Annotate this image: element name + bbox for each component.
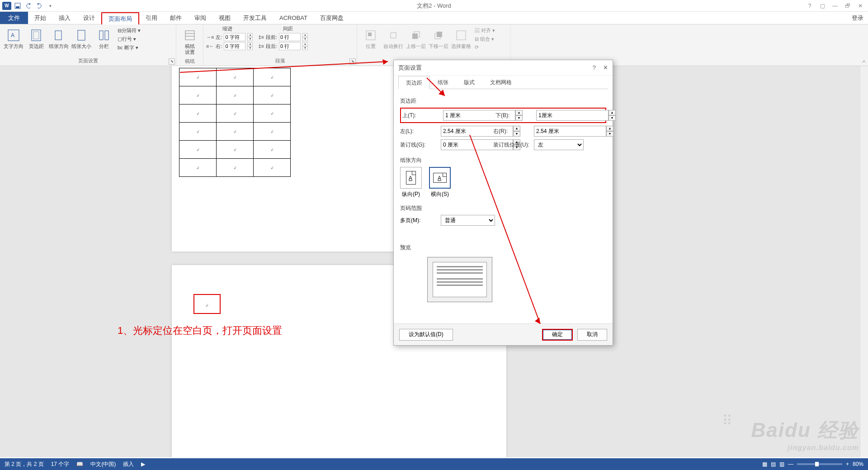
spin-up[interactable]: ▲ bbox=[302, 42, 308, 46]
set-default-button[interactable]: 设为默认值(D) bbox=[399, 329, 453, 341]
group-button[interactable]: ⊟ 组合 ▾ bbox=[475, 36, 495, 43]
dialog-help-button[interactable]: ? bbox=[593, 64, 596, 71]
section-pages-title: 页码范围 bbox=[400, 204, 606, 212]
document-table[interactable]: ↲↲↲ ↲↲↲ ↲↲↲ ↲↲↲ ↲↲↲ ↲↲↲ bbox=[179, 68, 291, 177]
align-button[interactable]: ▤ 对齐 ▾ bbox=[475, 27, 495, 34]
size-button[interactable]: 纸张大小 bbox=[71, 26, 92, 49]
tab-developer[interactable]: 开发工具 bbox=[237, 12, 273, 24]
tab-design[interactable]: 设计 bbox=[77, 12, 101, 24]
spin-up[interactable]: ▲ bbox=[302, 33, 308, 37]
spin-up[interactable]: ▲ bbox=[606, 126, 613, 131]
spin-down[interactable]: ▼ bbox=[606, 131, 613, 137]
tab-acrobat[interactable]: ACROBAT bbox=[273, 12, 314, 24]
spin-up[interactable]: ▲ bbox=[609, 110, 616, 115]
margin-left-input[interactable]: ▲▼ bbox=[441, 126, 491, 137]
tab-page-layout[interactable]: 页面布局 bbox=[101, 12, 139, 24]
annotation-instruction-text: 1、光标定位在空白页，打开页面设置 bbox=[118, 324, 282, 337]
cancel-button[interactable]: 取消 bbox=[577, 329, 607, 341]
status-page[interactable]: 第 2 页，共 2 页 bbox=[5, 461, 44, 468]
restore-button[interactable]: 🗗 bbox=[844, 3, 852, 9]
indent-right-input[interactable] bbox=[224, 42, 245, 50]
vertical-scrollbar[interactable] bbox=[860, 66, 868, 457]
redo-icon[interactable] bbox=[34, 1, 44, 11]
gutter-input[interactable]: ▲▼ bbox=[441, 139, 491, 150]
multi-pages-select[interactable]: 普通 bbox=[441, 215, 495, 226]
svg-rect-1 bbox=[16, 6, 19, 8]
orientation-button[interactable]: 纸张方向 bbox=[48, 26, 70, 49]
position-button[interactable]: 位置 bbox=[360, 26, 382, 49]
page-setup-launcher[interactable]: ⬊ bbox=[169, 58, 175, 65]
collapse-ribbon-icon[interactable]: ㅅ bbox=[862, 58, 866, 65]
line-numbers-button[interactable]: ▢行号 ▾ bbox=[118, 36, 141, 43]
columns-button[interactable]: 分栏 bbox=[93, 26, 115, 49]
indent-right-row: ≡← 右: ▲▼ bbox=[206, 42, 253, 50]
breaks-button[interactable]: ⊟分隔符 ▾ bbox=[118, 27, 141, 34]
dialog-tab-margins[interactable]: 页边距 bbox=[398, 76, 430, 89]
tab-baidu[interactable]: 百度网盘 bbox=[314, 12, 350, 24]
status-language[interactable]: 中文(中国) bbox=[90, 461, 116, 468]
spin-down[interactable]: ▼ bbox=[302, 46, 308, 50]
orientation-landscape-button[interactable]: A 横向(S) bbox=[429, 167, 451, 198]
dialog-close-button[interactable]: ✕ bbox=[603, 64, 608, 71]
spin-down[interactable]: ▼ bbox=[609, 115, 616, 121]
tab-mailings[interactable]: 邮件 bbox=[164, 12, 188, 24]
tab-view[interactable]: 视图 bbox=[212, 12, 237, 24]
manuscript-button[interactable]: 稿纸 设置 bbox=[179, 26, 200, 55]
qat-customize-icon[interactable]: ▾ bbox=[45, 1, 55, 11]
zoom-level[interactable]: 80% bbox=[853, 461, 863, 467]
tab-insert[interactable]: 插入 bbox=[52, 12, 77, 24]
login-link[interactable]: 登录 bbox=[852, 12, 868, 24]
margin-top-input[interactable]: ▲▼ bbox=[443, 110, 493, 121]
ribbon-display-button[interactable]: ▢ bbox=[818, 3, 826, 9]
zoom-out-button[interactable]: — bbox=[788, 461, 793, 467]
spin-down[interactable]: ▼ bbox=[302, 37, 308, 41]
view-print-layout-icon[interactable]: ▦ bbox=[762, 461, 767, 467]
help-button[interactable]: ? bbox=[806, 3, 814, 9]
bring-forward-button[interactable]: 上移一层 bbox=[405, 26, 427, 49]
text-direction-button[interactable]: A 文字方向 bbox=[3, 26, 24, 49]
status-word-count[interactable]: 17 个字 bbox=[51, 461, 70, 468]
view-web-layout-icon[interactable]: ▥ bbox=[779, 461, 784, 467]
tab-file[interactable]: 文件 bbox=[0, 12, 28, 24]
spin-up[interactable]: ▲ bbox=[247, 33, 253, 37]
zoom-in-button[interactable]: + bbox=[846, 461, 849, 467]
wrap-button[interactable]: 自动换行 bbox=[382, 26, 404, 49]
rotate-button[interactable]: ⟳ bbox=[475, 44, 495, 50]
status-proofing-icon[interactable]: 📖 bbox=[76, 461, 83, 467]
status-macro-icon[interactable]: ▶ bbox=[141, 461, 145, 467]
undo-icon[interactable] bbox=[24, 1, 33, 11]
margin-right-input[interactable]: ▲▼ bbox=[534, 126, 584, 137]
spacing-before-input[interactable] bbox=[279, 33, 301, 41]
minimize-button[interactable]: — bbox=[831, 3, 839, 9]
zoom-slider[interactable] bbox=[797, 463, 842, 465]
dialog-title-bar[interactable]: 页面设置 ? ✕ bbox=[394, 60, 613, 76]
margins-button[interactable]: 页边距 bbox=[25, 26, 47, 49]
indent-left-input[interactable] bbox=[224, 33, 245, 41]
view-read-mode-icon[interactable]: ▤ bbox=[771, 461, 776, 467]
dialog-tab-paper[interactable]: 纸张 bbox=[430, 76, 456, 89]
gutter-pos-select[interactable]: 左 bbox=[534, 139, 584, 150]
spin-up[interactable]: ▲ bbox=[247, 42, 253, 46]
save-icon[interactable] bbox=[13, 1, 23, 11]
gutter-label: 装订线(G): bbox=[400, 141, 438, 149]
spacing-after-row: ‡≡ 段后: ▲▼ bbox=[258, 42, 308, 50]
send-backward-button[interactable]: 下移一层 bbox=[428, 26, 449, 49]
spin-down[interactable]: ▼ bbox=[247, 37, 253, 41]
margin-bottom-label: 下(B): bbox=[495, 112, 533, 119]
dialog-tab-grid[interactable]: 文档网格 bbox=[482, 76, 519, 89]
close-button[interactable]: ✕ bbox=[856, 3, 864, 9]
tab-home[interactable]: 开始 bbox=[28, 12, 52, 24]
orientation-portrait-button[interactable]: A 纵向(P) bbox=[400, 167, 422, 198]
tab-review[interactable]: 审阅 bbox=[188, 12, 212, 24]
hyphenation-button[interactable]: bc 断字 ▾ bbox=[118, 44, 141, 51]
indent-left-icon: →≡ bbox=[206, 34, 214, 40]
spin-down[interactable]: ▼ bbox=[247, 46, 253, 50]
selection-pane-button[interactable]: 选择窗格 bbox=[450, 26, 472, 49]
status-insert-mode[interactable]: 插入 bbox=[123, 461, 134, 468]
paragraph-launcher[interactable]: ⬊ bbox=[349, 58, 356, 65]
dialog-tab-layout[interactable]: 版式 bbox=[456, 76, 482, 89]
margin-bottom-input[interactable]: ▲▼ bbox=[536, 110, 586, 121]
tab-references[interactable]: 引用 bbox=[139, 12, 164, 24]
ok-button[interactable]: 确定 bbox=[542, 329, 573, 341]
spacing-after-input[interactable] bbox=[279, 42, 301, 50]
